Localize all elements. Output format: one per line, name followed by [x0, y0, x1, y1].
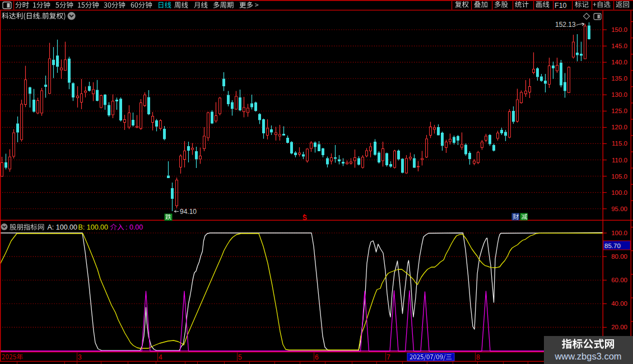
svg-text:100.0: 100.0 — [611, 189, 627, 196]
svg-text:115.0: 115.0 — [612, 140, 627, 147]
svg-text:94.10: 94.10 — [180, 208, 197, 216]
svg-text:40.00: 40.00 — [611, 300, 627, 307]
svg-text:135.0: 135.0 — [611, 75, 627, 82]
svg-text:7: 7 — [387, 353, 390, 361]
svg-text:80.00: 80.00 — [611, 253, 627, 260]
svg-text:3: 3 — [78, 353, 82, 361]
svg-text:100.0: 100.0 — [611, 230, 627, 236]
svg-text:85.70: 85.70 — [604, 242, 621, 249]
svg-text:: 0.00: : 0.00 — [125, 223, 143, 231]
svg-text:145.0: 145.0 — [611, 43, 627, 49]
svg-text:110.0: 110.0 — [612, 157, 627, 164]
svg-text:125.0: 125.0 — [611, 108, 627, 114]
svg-text:105.0: 105.0 — [611, 173, 627, 180]
svg-text:F10: F10 — [555, 2, 567, 10]
svg-text:20.00: 20.00 — [611, 324, 627, 330]
svg-text:60.00: 60.00 — [611, 277, 627, 283]
svg-text:120.0: 120.0 — [611, 124, 627, 130]
svg-text:140.0: 140.0 — [611, 59, 627, 66]
svg-text:8: 8 — [476, 353, 480, 361]
svg-text:B: 100.00: B: 100.00 — [78, 223, 109, 231]
svg-text:5: 5 — [238, 353, 242, 361]
svg-text:152.13: 152.13 — [555, 21, 576, 29]
svg-text:www.zbgs3.com: www.zbgs3.com — [554, 351, 621, 361]
svg-text:130.0: 130.0 — [611, 91, 627, 98]
svg-text:4: 4 — [159, 353, 162, 361]
svg-text:95.00: 95.00 — [611, 206, 627, 212]
svg-text:A: 100.00: A: 100.00 — [48, 223, 78, 231]
svg-text:6: 6 — [315, 353, 319, 361]
svg-text:150.0: 150.0 — [611, 26, 627, 33]
